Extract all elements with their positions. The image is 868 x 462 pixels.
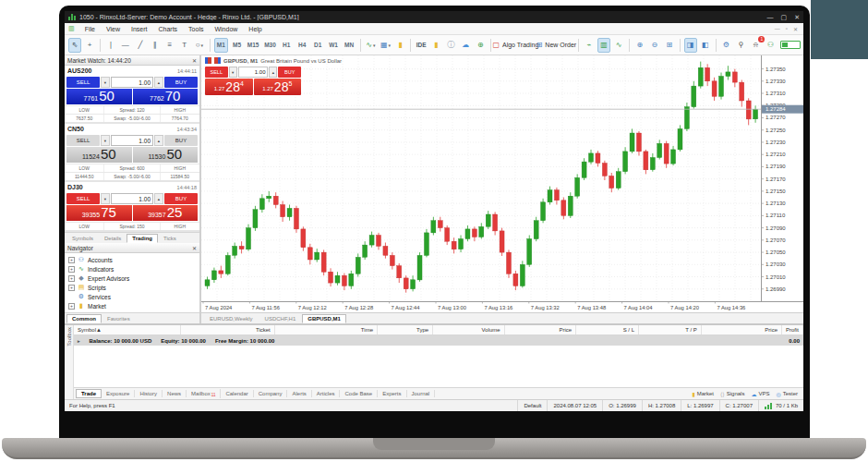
menu-item-charts[interactable]: Charts xyxy=(152,26,183,32)
menu-item-window[interactable]: Window xyxy=(209,26,243,32)
toolbox-tab-alerts[interactable]: Alerts xyxy=(287,390,311,397)
dock-left-icon[interactable]: ◧ xyxy=(699,38,712,53)
market-watch-close-icon[interactable]: ✕ xyxy=(192,57,197,64)
tick-chart-icon[interactable]: ⌁ xyxy=(583,38,596,53)
expand-icon[interactable]: + xyxy=(68,285,75,291)
settings-gear-icon[interactable]: ⚙ xyxy=(719,38,732,53)
buy-button[interactable]: BUY xyxy=(164,77,198,88)
volume-dropdown[interactable]: ▾ xyxy=(101,135,110,146)
column-header-time[interactable]: Time xyxy=(275,325,378,334)
timeframe-mn-button[interactable]: MN xyxy=(343,38,356,53)
timeframe-h4-button[interactable]: H4 xyxy=(295,38,309,53)
volume-field[interactable]: 1.00 xyxy=(111,135,153,146)
zoom-out-icon[interactable]: ⊖ xyxy=(648,38,661,53)
toolbox-tab-code-base[interactable]: Code Base xyxy=(340,390,378,397)
volume-field[interactable]: 1.00 xyxy=(111,77,153,88)
folder-icon[interactable]: ▮ xyxy=(393,38,406,53)
bid-price[interactable]: 1152450 xyxy=(66,147,132,163)
sell-button[interactable]: SELL xyxy=(205,67,228,78)
column-header-ticket[interactable]: Ticket xyxy=(181,325,275,334)
volume-stepper[interactable]: ▴ xyxy=(154,193,163,204)
timeframe-h1-button[interactable]: H1 xyxy=(280,38,294,53)
volume-stepper[interactable]: ▴ xyxy=(269,67,277,78)
ask-price[interactable]: 776270 xyxy=(133,89,199,104)
tree-item-scripts[interactable]: +▤Scripts xyxy=(65,283,199,292)
cloud-icon[interactable]: ☁ xyxy=(459,38,472,53)
new-order-button[interactable]: ⊞New Order xyxy=(538,38,574,53)
timeframe-w1-button[interactable]: W1 xyxy=(327,38,341,53)
tab-trading[interactable]: Trading xyxy=(127,234,158,243)
notifications-bell-icon[interactable]: ⍾1 xyxy=(749,38,762,53)
toolbox-tab-journal[interactable]: Journal xyxy=(407,390,436,397)
ide-button[interactable]: IDE xyxy=(415,38,428,53)
crosshair-icon[interactable]: + xyxy=(83,38,96,53)
volume-dropdown[interactable]: ▾ xyxy=(101,77,110,88)
expand-icon[interactable]: + xyxy=(68,266,75,273)
horizontal-line-icon[interactable]: ― xyxy=(119,38,132,53)
column-header-type[interactable]: Type xyxy=(378,325,433,334)
buy-button[interactable]: BUY xyxy=(164,193,198,204)
menu-item-file[interactable]: File xyxy=(79,26,101,32)
toolbox-tab-news[interactable]: News xyxy=(163,390,187,397)
volume-dropdown[interactable]: ▾ xyxy=(229,67,237,78)
tab-ticks[interactable]: Ticks xyxy=(158,234,182,243)
bid-price[interactable]: 1.27284 xyxy=(205,79,253,95)
volume-field[interactable]: 1.00 xyxy=(238,67,269,78)
tree-item-indicators[interactable]: +∿Indicators xyxy=(65,264,199,274)
buy-button[interactable]: BUY xyxy=(164,135,198,146)
tree-item-expert-advisors[interactable]: +◆Expert Advisors xyxy=(65,274,199,283)
toolbox-tester-button[interactable]: ◎Tester xyxy=(776,391,798,397)
text-icon[interactable]: T xyxy=(178,38,191,53)
tab-details[interactable]: Details xyxy=(99,234,127,243)
minimize-button[interactable]: — xyxy=(767,14,774,21)
community-icon[interactable]: ⊕ xyxy=(474,38,487,53)
chart-tab-eurusd-weekly[interactable]: EURUSD,Weekly xyxy=(204,314,259,323)
toolbox-tab-history[interactable]: History xyxy=(135,390,163,397)
buy-button[interactable]: BUY xyxy=(278,67,301,78)
volume-stepper[interactable]: ▴ xyxy=(154,135,163,146)
column-header-symbol[interactable]: Symbol ▲ xyxy=(74,325,181,334)
algo-trading-button[interactable]: ▢Algo Trading xyxy=(495,38,536,53)
toolbox-tab-experts[interactable]: Experts xyxy=(378,390,406,397)
channel-icon[interactable]: ∥ xyxy=(149,38,162,53)
toolbox-tab-company[interactable]: Company xyxy=(254,390,288,397)
menu-item-view[interactable]: View xyxy=(101,26,126,32)
toolbox-tab-articles[interactable]: Articles xyxy=(312,390,341,397)
tile-windows-icon[interactable]: ⊞ xyxy=(663,38,676,53)
expand-icon[interactable]: + xyxy=(68,303,75,310)
menu-item-insert[interactable]: Insert xyxy=(126,26,153,32)
tab-favorites[interactable]: Favorites xyxy=(102,314,136,323)
timeframe-d1-button[interactable]: D1 xyxy=(311,38,325,53)
toolbox-tab-mailbox[interactable]: Mailbox11 xyxy=(187,389,221,398)
cursor-icon[interactable]: ⇖ xyxy=(68,38,81,53)
maximize-button[interactable]: ▢ xyxy=(781,14,788,21)
chart-tab-gbpusd-m1[interactable]: GBPUSD,M1 xyxy=(302,314,346,323)
toolbox-market-button[interactable]: ▮Market xyxy=(692,391,714,397)
timeframe-m1-button[interactable]: M1 xyxy=(214,38,228,53)
template-icon[interactable]: ▦▾ xyxy=(379,38,392,53)
column-header-price[interactable]: Price xyxy=(505,325,577,334)
column-header-volume[interactable]: Volume xyxy=(433,325,505,334)
timeframe-m15-button[interactable]: M15 xyxy=(246,38,260,53)
ask-price[interactable]: 1.27285 xyxy=(254,79,302,95)
bid-price[interactable]: 3935575 xyxy=(66,205,132,221)
toolbox-tab-calendar[interactable]: Calendar xyxy=(221,390,253,397)
user-icon[interactable]: ⚇ xyxy=(764,38,777,53)
lock-icon[interactable]: ▮ xyxy=(429,38,442,53)
sell-button[interactable]: SELL xyxy=(66,135,100,146)
candle-chart-icon[interactable]: ▥ xyxy=(597,38,610,53)
sell-button[interactable]: SELL xyxy=(66,77,100,88)
tab-common[interactable]: Common xyxy=(66,314,102,323)
mdi-minimize-button[interactable]: — xyxy=(775,26,780,32)
toolbox-vps-button[interactable]: ☁VPS xyxy=(751,391,769,397)
toolbox-tab-exposure[interactable]: Exposure xyxy=(102,390,135,397)
fibonacci-icon[interactable]: ≡ xyxy=(163,38,176,53)
tree-item-accounts[interactable]: +⚇Accounts xyxy=(65,255,199,264)
column-header-price[interactable]: Price xyxy=(702,325,782,334)
volume-stepper[interactable]: ▴ xyxy=(154,77,163,88)
dock-right-icon[interactable]: ◨ xyxy=(684,38,697,53)
zoom-in-icon[interactable]: ⊕ xyxy=(633,38,646,53)
shapes-icon[interactable]: ○▾ xyxy=(193,38,206,53)
trendline-icon[interactable]: ╱ xyxy=(134,38,147,53)
volume-dropdown[interactable]: ▾ xyxy=(101,193,110,204)
